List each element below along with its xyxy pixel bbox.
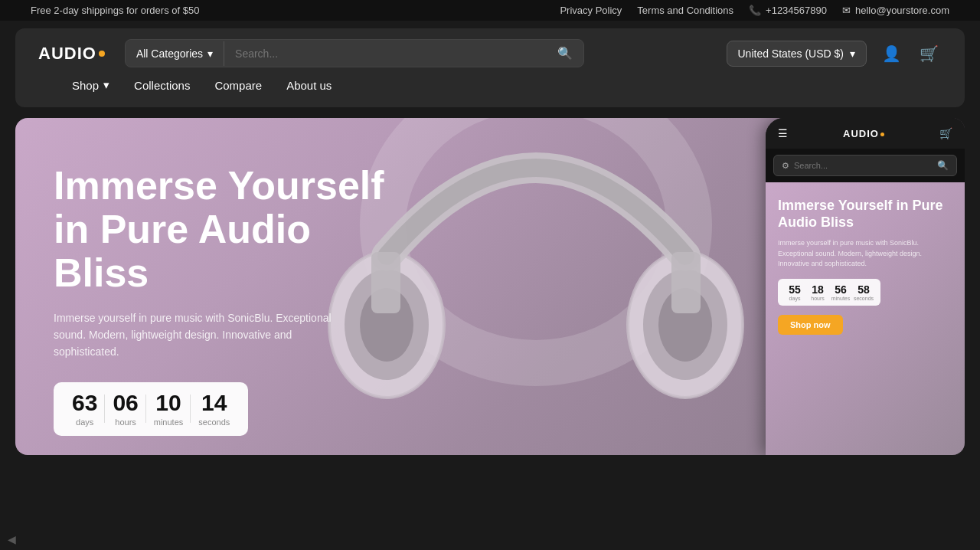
nav-compare-label: Compare xyxy=(214,79,262,92)
countdown-minutes-label: minutes xyxy=(154,417,184,427)
countdown-days-label: days xyxy=(72,417,97,427)
nav-collections[interactable]: Collections xyxy=(123,74,201,97)
cart-button[interactable]: 🛒 xyxy=(916,41,942,66)
logo-dot xyxy=(99,51,105,57)
phone-icon: 📞 xyxy=(749,5,761,16)
chevron-down-icon: ▾ xyxy=(207,47,213,60)
cart-icon: 🛒 xyxy=(920,44,939,63)
phone-contact: 📞 +1234567890 xyxy=(749,5,827,16)
nav-compare[interactable]: Compare xyxy=(204,74,273,97)
countdown-days: 63 days xyxy=(66,391,103,427)
chevron-down-icon: ▾ xyxy=(850,47,855,60)
privacy-policy-link[interactable]: Privacy Policy xyxy=(560,5,622,16)
search-icon: 🔍 xyxy=(557,47,573,60)
mobile-countdown-seconds: 58 seconds xyxy=(853,283,874,301)
top-bar: Free 2-day shippings for orders of $50 P… xyxy=(0,0,980,21)
mobile-hero-title: Immerse Yourself in Pure Audio Bliss xyxy=(778,198,952,231)
mobile-countdown: 55 days 18 hours 56 minutes 58 seconds xyxy=(778,279,880,306)
countdown-days-value: 63 xyxy=(72,391,97,414)
top-bar-right: Privacy Policy Terms and Conditions 📞 +1… xyxy=(560,5,949,16)
user-icon: 👤 xyxy=(882,44,901,63)
hero-content: Immerse Yourself in Pure Audio Bliss Imm… xyxy=(15,118,436,455)
scroll-arrow: ◀ xyxy=(0,529,24,550)
mobile-hero-content: Immerse Yourself in Pure Audio Bliss Imm… xyxy=(766,182,965,455)
mobile-filter-icon: ⚙ xyxy=(782,161,789,171)
countdown-minutes: 10 minutes xyxy=(148,391,190,427)
nav-collections-label: Collections xyxy=(134,79,190,92)
countdown-seconds: 14 seconds xyxy=(192,391,236,427)
mobile-menu-icon: ☰ xyxy=(778,127,788,139)
nav-shop[interactable]: Shop ▾ xyxy=(61,74,120,97)
promo-text: Free 2-day shippings for orders of $50 xyxy=(31,5,199,16)
phone-number: +1234567890 xyxy=(766,5,827,16)
countdown-hours-value: 06 xyxy=(113,391,138,414)
mobile-countdown-minutes: 56 minutes xyxy=(830,283,851,301)
hero-title: Immerse Yourself in Pure Audio Bliss xyxy=(54,164,398,296)
mobile-header: ☰ AUDIO 🛒 xyxy=(766,118,965,149)
header-right: United States (USD $) ▾ 👤 🛒 xyxy=(727,41,942,67)
nav-about[interactable]: About us xyxy=(276,74,342,97)
header-inner: AUDIO All Categories ▾ 🔍 United States (… xyxy=(38,39,942,67)
countdown-minutes-value: 10 xyxy=(154,391,184,414)
mobile-hero-subtitle: Immerse yourself in pure music with Soni… xyxy=(778,238,952,270)
countdown-seconds-value: 14 xyxy=(198,391,230,414)
nav-shop-label: Shop xyxy=(72,79,99,92)
user-account-button[interactable]: 👤 xyxy=(879,41,904,66)
mobile-search-icon: 🔍 xyxy=(937,160,949,171)
mobile-cart-icon: 🛒 xyxy=(939,127,952,139)
search-input[interactable] xyxy=(224,41,547,66)
search-bar: All Categories ▾ 🔍 xyxy=(125,39,584,67)
email-address: hello@yourstore.com xyxy=(855,5,949,16)
countdown-timer: 63 days 06 hours 10 minutes 14 seconds xyxy=(54,382,248,436)
hero-section: Immerse Yourself in Pure Audio Bliss Imm… xyxy=(15,118,965,455)
search-button[interactable]: 🔍 xyxy=(547,40,583,67)
nav-about-label: About us xyxy=(286,79,332,92)
header: AUDIO All Categories ▾ 🔍 United States (… xyxy=(15,28,965,107)
countdown-seconds-label: seconds xyxy=(198,417,230,427)
mobile-shop-now-button[interactable]: Shop now xyxy=(778,315,843,335)
countdown-hours-label: hours xyxy=(113,417,138,427)
mobile-countdown-days: 55 days xyxy=(784,283,805,301)
currency-selector[interactable]: United States (USD $) ▾ xyxy=(727,41,867,67)
mobile-search-bar: ⚙ 🔍 xyxy=(773,155,957,176)
countdown-hours: 06 hours xyxy=(106,391,144,427)
chevron-down-icon: ▾ xyxy=(103,78,109,92)
email-contact: ✉ hello@yourstore.com xyxy=(842,5,949,16)
mobile-search-input[interactable] xyxy=(794,161,933,170)
mobile-mockup: ☰ AUDIO 🛒 ⚙ 🔍 Immerse Yourself in Pure A… xyxy=(766,118,965,455)
main-nav: Shop ▾ Collections Compare About us xyxy=(38,67,942,97)
logo-text: AUDIO xyxy=(38,44,96,64)
hero-subtitle: Immerse yourself in pure music with Soni… xyxy=(54,309,345,361)
mail-icon: ✉ xyxy=(842,5,851,16)
category-dropdown[interactable]: All Categories ▾ xyxy=(126,41,224,66)
terms-link[interactable]: Terms and Conditions xyxy=(637,5,733,16)
mobile-logo: AUDIO xyxy=(843,128,884,139)
currency-label: United States (USD $) xyxy=(738,47,844,60)
logo[interactable]: AUDIO xyxy=(38,44,105,64)
svg-rect-8 xyxy=(671,252,701,313)
category-label: All Categories xyxy=(136,47,203,60)
mobile-countdown-hours: 18 hours xyxy=(807,283,828,301)
